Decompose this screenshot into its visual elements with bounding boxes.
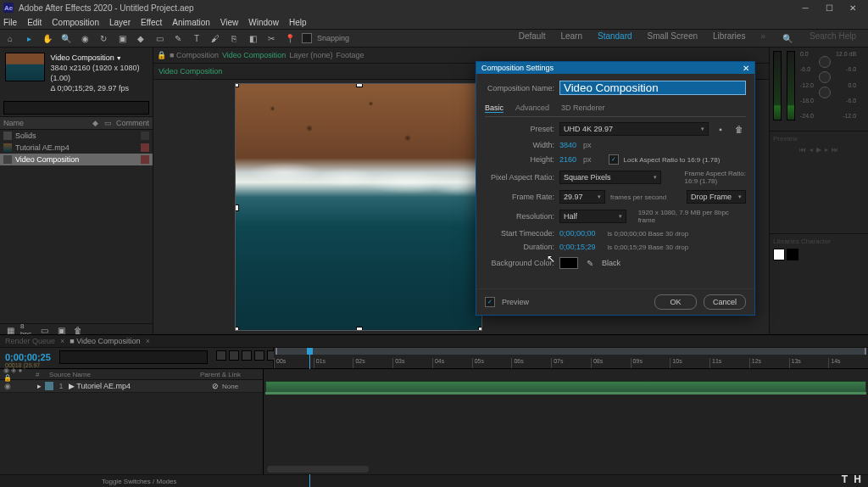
- crumb-layer[interactable]: Layer (none): [289, 51, 332, 59]
- hand-tool-icon[interactable]: ✋: [41, 31, 54, 45]
- workspace-libraries[interactable]: Libraries: [713, 31, 745, 45]
- home-icon[interactable]: ⌂: [3, 31, 17, 45]
- duration-input[interactable]: 0;00;15;29: [559, 243, 596, 251]
- selection-tool-icon[interactable]: ▸: [22, 31, 36, 45]
- timeline-tracks[interactable]: [264, 369, 868, 474]
- tl-icon[interactable]: [216, 350, 226, 361]
- tl-icon[interactable]: [229, 350, 239, 361]
- tab-3d-renderer[interactable]: 3D Renderer: [561, 104, 605, 113]
- search-help-icon[interactable]: 🔍: [781, 31, 794, 45]
- first-frame-icon[interactable]: ⏮: [799, 146, 806, 154]
- type-tool-icon[interactable]: T: [190, 31, 203, 45]
- menu-composition[interactable]: Composition: [52, 18, 99, 27]
- menu-help[interactable]: Help: [289, 18, 307, 27]
- col-source-name[interactable]: Source Name: [49, 371, 197, 378]
- tab-advanced[interactable]: Advanced: [515, 104, 549, 113]
- dialog-close-icon[interactable]: ✕: [743, 64, 749, 73]
- next-frame-icon[interactable]: ▸: [825, 146, 828, 154]
- transform-handle[interactable]: [356, 83, 363, 87]
- project-item-tutorial[interactable]: Tutorial AE.mp4: [0, 142, 153, 154]
- close-button[interactable]: ✕: [841, 1, 865, 14]
- cancel-button[interactable]: Cancel: [704, 294, 746, 310]
- workspace-small-screen[interactable]: Small Screen: [648, 31, 698, 45]
- preset-trash-icon[interactable]: 🗑: [732, 122, 746, 136]
- snapping-checkbox[interactable]: [302, 33, 312, 43]
- project-thumbnail[interactable]: [5, 53, 45, 81]
- menu-effect[interactable]: Effect: [141, 18, 162, 27]
- comp-name-input[interactable]: [559, 81, 746, 95]
- col-parent[interactable]: Parent & Link: [200, 371, 259, 378]
- layer-name[interactable]: ▶ Tutoriel AE.mp4: [69, 382, 209, 390]
- timeline-search-input[interactable]: [59, 350, 208, 364]
- crumb-composition[interactable]: ■ Composition: [170, 51, 219, 59]
- workspace-learn[interactable]: Learn: [560, 31, 582, 45]
- composition-canvas[interactable]: [235, 83, 482, 331]
- crumb-footage[interactable]: Footage: [336, 51, 364, 59]
- menu-animation[interactable]: Animation: [172, 18, 209, 27]
- eyedropper-icon[interactable]: ✎: [583, 256, 597, 270]
- transform-handle[interactable]: [235, 204, 239, 211]
- tab-basic[interactable]: Basic: [485, 104, 504, 113]
- project-search-input[interactable]: [3, 101, 149, 115]
- work-area-bar[interactable]: [275, 348, 866, 355]
- layer-bar[interactable]: [265, 392, 866, 395]
- lock-aspect-checkbox[interactable]: [609, 154, 619, 165]
- project-item-video-composition[interactable]: Video Composition: [0, 154, 153, 165]
- toggle-switches-button[interactable]: Toggle Switches / Modes: [102, 478, 177, 485]
- menu-window[interactable]: Window: [248, 18, 279, 27]
- col-name[interactable]: Name: [3, 119, 92, 127]
- menu-file[interactable]: File: [3, 18, 17, 27]
- transform-handle[interactable]: [235, 327, 239, 331]
- menu-view[interactable]: View: [220, 18, 239, 27]
- framerate-dropdown[interactable]: 29.97: [559, 190, 605, 204]
- width-input[interactable]: 3840: [559, 141, 576, 149]
- audio-knob[interactable]: [819, 56, 831, 68]
- bgcolor-swatch[interactable]: [559, 257, 578, 269]
- transform-handle[interactable]: [235, 83, 239, 87]
- layer-parent-dropdown[interactable]: None: [222, 383, 259, 390]
- layer-color-label[interactable]: [45, 382, 53, 390]
- menu-edit[interactable]: Edit: [27, 18, 42, 27]
- search-help-placeholder[interactable]: Search Help: [810, 31, 856, 45]
- dialog-titlebar[interactable]: Composition Settings ✕: [476, 62, 754, 74]
- preset-dropdown[interactable]: UHD 4K 29.97: [559, 122, 709, 136]
- play-icon[interactable]: ▶: [816, 146, 821, 154]
- minimize-button[interactable]: ─: [793, 1, 817, 14]
- crumb-video-composition[interactable]: Video Composition: [222, 51, 286, 59]
- layer-bar[interactable]: [265, 381, 866, 393]
- shape-tool-icon[interactable]: ▭: [153, 31, 166, 45]
- panel-lock-icon[interactable]: 🔒: [157, 51, 166, 59]
- clone-tool-icon[interactable]: ⎘: [227, 31, 241, 45]
- viewer-tab[interactable]: Video Composition: [159, 67, 222, 76]
- height-input[interactable]: 2160: [559, 155, 576, 164]
- menu-layer[interactable]: Layer: [109, 18, 131, 27]
- tl-icon[interactable]: [242, 350, 252, 361]
- audio-knob[interactable]: [819, 87, 831, 98]
- start-timecode-input[interactable]: 0;00;00;00: [559, 229, 596, 238]
- render-queue-tab[interactable]: Render Queue: [5, 337, 55, 345]
- brush-tool-icon[interactable]: 🖌: [209, 31, 222, 45]
- prev-frame-icon[interactable]: ◂: [810, 146, 813, 154]
- orbit-tool-icon[interactable]: ◉: [78, 31, 92, 45]
- maximize-button[interactable]: ☐: [817, 1, 841, 14]
- transform-handle[interactable]: [356, 327, 363, 331]
- resolution-dropdown[interactable]: Half: [559, 210, 626, 223]
- timeline-ruler[interactable]: 00s 01s 02s 03s 04s 05s 06s 07s 08s 09s …: [274, 348, 868, 368]
- transform-handle[interactable]: [478, 327, 482, 331]
- last-frame-icon[interactable]: ⏭: [832, 146, 838, 154]
- camera-tool-icon[interactable]: ▣: [115, 31, 129, 45]
- puppet-tool-icon[interactable]: 📍: [283, 31, 297, 45]
- layer-row[interactable]: ◉ ▸ 1 ▶ Tutoriel AE.mp4 ⊘ None: [0, 380, 263, 393]
- col-comment[interactable]: Comment: [116, 119, 149, 127]
- timeline-tab[interactable]: ■ Video Composition: [70, 337, 140, 345]
- pan-behind-tool-icon[interactable]: ◆: [134, 31, 147, 45]
- layer-parent-link-icon[interactable]: ⊘: [212, 382, 219, 390]
- rotate-tool-icon[interactable]: ↻: [97, 31, 110, 45]
- ok-button[interactable]: OK: [654, 294, 697, 310]
- preview-checkbox[interactable]: [485, 297, 495, 307]
- audio-knob[interactable]: [819, 71, 831, 83]
- tl-icon[interactable]: [254, 350, 264, 361]
- zoom-tool-icon[interactable]: 🔍: [59, 31, 73, 45]
- dropframe-dropdown[interactable]: Drop Frame: [687, 190, 746, 204]
- pen-tool-icon[interactable]: ✎: [171, 31, 185, 45]
